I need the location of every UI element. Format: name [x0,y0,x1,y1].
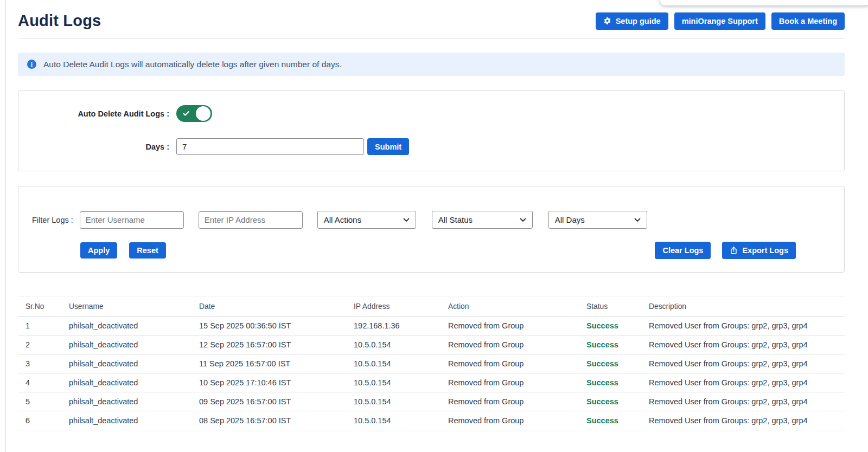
cell-ip: 10.5.0.154 [354,411,448,430]
status-select-value: All Status [438,215,473,224]
apply-button[interactable]: Apply [80,242,117,259]
setup-guide-label: Setup guide [616,17,661,25]
filter-actions-right: Clear Logs Export Logs [655,242,796,259]
cell-action: Removed from Group [448,354,586,373]
chevron-down-icon [634,218,641,222]
cell-username: philsalt_deactivated [69,317,199,335]
col-username: Username [69,296,199,317]
cell-ip: 10.5.0.154 [354,392,448,411]
cell-action: Removed from Group [448,373,586,392]
export-logs-label: Export Logs [742,246,788,255]
cell-srno: 5 [18,392,69,411]
table-header-row: Sr.No Username Date IP Address Action St… [18,296,845,317]
table-row: 6 philsalt_deactivated 08 Sep 2025 16:57… [18,411,845,430]
cell-status: Success [586,335,649,354]
cell-description: Removed User from Groups: grp2, grp3, gr… [649,354,845,373]
cell-action: Removed from Group [448,317,586,335]
days-row: Days : Submit [18,138,844,155]
col-srno: Sr.No [18,296,69,317]
reset-button[interactable]: Reset [129,242,166,259]
gear-icon [603,17,611,25]
title-divider [18,38,845,39]
days-select[interactable]: All Days [548,211,647,229]
days-label: Days : [18,143,169,151]
col-description: Description [649,296,845,317]
cell-status: Success [586,392,649,411]
clear-logs-button[interactable]: Clear Logs [655,242,711,259]
book-a-meeting-label: Book a Meeting [779,17,837,25]
setup-guide-button[interactable]: Setup guide [596,12,668,30]
audit-log-table: Sr.No Username Date IP Address Action St… [18,296,845,430]
cell-action: Removed from Group [448,411,586,430]
cell-status: Success [586,317,649,335]
cell-description: Removed User from Groups: grp2, grp3, gr… [649,335,845,354]
page-title: Audit Logs [18,12,101,30]
actions-select-value: All Actions [324,215,361,224]
cell-username: philsalt_deactivated [69,411,199,430]
auto-delete-row: Auto Delete Audit Logs : [18,105,844,122]
col-ip-address: IP Address [354,296,448,317]
chevron-down-icon [403,218,410,222]
cell-description: Removed User from Groups: grp2, grp3, gr… [649,392,845,411]
cell-description: Removed User from Groups: grp2, grp3, gr… [649,411,845,430]
actions-select[interactable]: All Actions [317,211,416,229]
book-a-meeting-button[interactable]: Book a Meeting [771,12,845,30]
table-row: 3 philsalt_deactivated 11 Sep 2025 16:57… [18,354,845,373]
check-icon [182,109,190,117]
table-header: Sr.No Username Date IP Address Action St… [18,296,845,317]
col-status: Status [586,296,649,317]
col-date: Date [199,296,354,317]
toggle-knob [196,106,210,121]
filter-logs-label: Filter Logs : [32,216,73,224]
cell-description: Removed User from Groups: grp2, grp3, gr… [649,373,845,392]
page-header: Audit Logs Setup guide miniOrange Suppor… [18,0,845,30]
chevron-down-icon [520,218,526,222]
table-row: 4 philsalt_deactivated 10 Sep 2025 17:10… [18,373,845,392]
cell-status: Success [586,354,649,373]
cell-date: 10 Sep 2025 17:10:46 IST [199,373,354,392]
cell-username: philsalt_deactivated [69,335,199,354]
info-icon: i [27,60,36,69]
cell-date: 12 Sep 2025 16:57:00 IST [199,335,354,354]
miniorange-support-button[interactable]: miniOrange Support [674,12,765,30]
cell-status: Success [586,411,649,430]
status-select[interactable]: All Status [432,211,533,229]
filter-row: Filter Logs : All Actions All Status [18,211,844,229]
username-filter-input[interactable] [80,211,184,229]
cell-date: 15 Sep 2025 00:36:50 IST [199,317,354,335]
cell-ip: 10.5.0.154 [354,373,448,392]
cell-action: Removed from Group [448,335,586,354]
auto-delete-toggle[interactable] [176,105,212,122]
auto-delete-label: Auto Delete Audit Logs : [18,109,169,118]
cell-srno: 1 [18,317,69,335]
cell-srno: 3 [18,354,69,373]
info-banner-text: Auto Delete Audit Logs will automaticall… [43,60,342,69]
table-row: 1 philsalt_deactivated 15 Sep 2025 00:36… [18,317,845,335]
submit-button[interactable]: Submit [367,138,409,155]
days-select-value: All Days [555,215,585,224]
filter-actions-left: Apply Reset [80,242,166,259]
table-row: 5 philsalt_deactivated 09 Sep 2025 16:57… [18,392,845,411]
cell-date: 08 Sep 2025 16:57:00 IST [199,411,354,430]
cell-ip: 10.5.0.154 [354,335,448,354]
miniorange-support-label: miniOrange Support [682,17,758,25]
audit-logs-page: Audit Logs Setup guide miniOrange Suppor… [0,0,868,452]
cell-status: Success [586,373,649,392]
ip-filter-input[interactable] [199,211,303,229]
content-area: Audit Logs Setup guide miniOrange Suppor… [0,0,868,430]
filter-actions: Apply Reset Clear Logs Export Lo [18,242,844,259]
info-banner: i Auto Delete Audit Logs will automatica… [18,53,845,76]
cell-srno: 6 [18,411,69,430]
auto-delete-panel: Auto Delete Audit Logs : Days : Submit [18,91,845,171]
days-input[interactable] [176,138,364,155]
cell-description: Removed User from Groups: grp2, grp3, gr… [649,317,845,335]
header-buttons: Setup guide miniOrange Support Book a Me… [596,12,845,30]
cell-srno: 2 [18,335,69,354]
export-logs-button[interactable]: Export Logs [722,242,796,259]
cell-username: philsalt_deactivated [69,354,199,373]
cell-srno: 4 [18,373,69,392]
cell-ip: 192.168.1.36 [354,317,448,335]
cell-username: philsalt_deactivated [69,373,199,392]
cell-date: 11 Sep 2025 16:57:00 IST [199,354,354,373]
export-icon [730,246,738,255]
